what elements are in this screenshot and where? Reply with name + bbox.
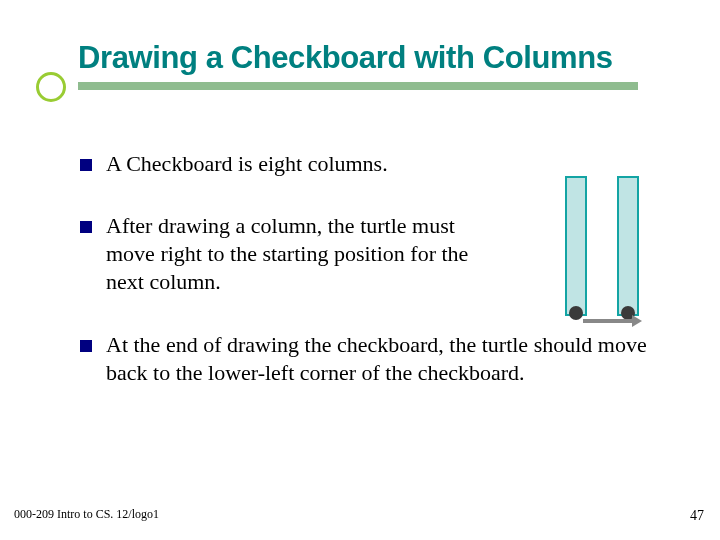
bullet-square-icon bbox=[80, 159, 92, 171]
bullet-item: A Checkboard is eight columns. bbox=[80, 150, 680, 178]
title-zone: Drawing a Checkboard with Columns bbox=[78, 40, 680, 76]
diagram-column bbox=[565, 176, 587, 316]
footer-course: 000-209 Intro to CS. 12/logo1 bbox=[14, 507, 159, 522]
diagram-column bbox=[617, 176, 639, 316]
bullet-square-icon bbox=[80, 221, 92, 233]
decorative-circle-icon bbox=[36, 72, 66, 102]
bullet-text: At the end of drawing the checkboard, th… bbox=[106, 331, 666, 387]
bullet-square-icon bbox=[80, 340, 92, 352]
bullet-text: After drawing a column, the turtle must … bbox=[106, 212, 506, 296]
slide: Drawing a Checkboard with Columns A Chec… bbox=[0, 0, 720, 540]
bullet-item: At the end of drawing the checkboard, th… bbox=[80, 331, 680, 387]
arrow-right-icon bbox=[583, 319, 635, 323]
turtle-dot-icon bbox=[569, 306, 583, 320]
bullet-text: A Checkboard is eight columns. bbox=[106, 150, 388, 178]
column-diagram bbox=[545, 176, 683, 326]
slide-title: Drawing a Checkboard with Columns bbox=[78, 40, 680, 76]
title-underline bbox=[78, 82, 638, 90]
page-number: 47 bbox=[690, 508, 704, 524]
